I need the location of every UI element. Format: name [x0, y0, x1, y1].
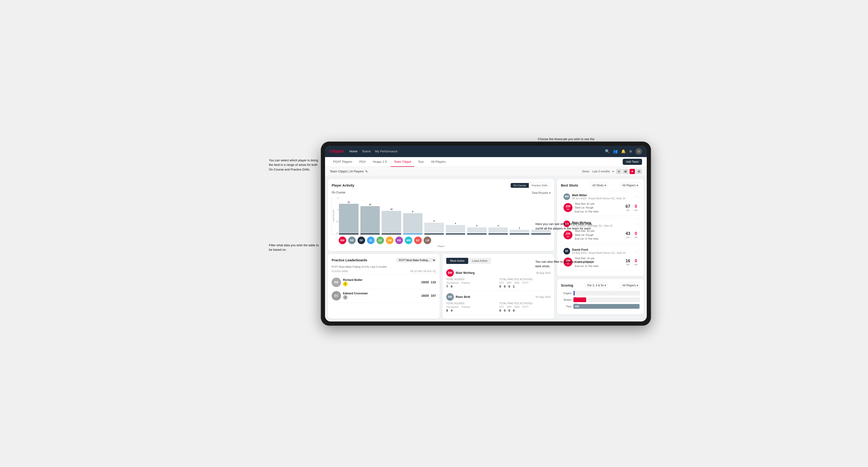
bell-icon[interactable]: 🔔	[621, 149, 626, 154]
tab-most-active[interactable]: Most Active	[446, 258, 468, 264]
team-header-right: Show: Last 3 months ▾ ≡ ⊞ ♥ ⊟	[582, 169, 642, 174]
tab-all-players[interactable]: All Players	[428, 157, 448, 167]
edit-icon[interactable]: ✎	[365, 169, 368, 173]
annotation-player-filter: You can also filter to show just one pla…	[535, 259, 597, 269]
avatar-jc[interactable]: JC	[367, 237, 375, 244]
nav-links: Home Teams My Performance	[349, 149, 398, 154]
all-players-dropdown[interactable]: All Players ▾	[620, 183, 640, 188]
player-activity-title: Player Activity	[332, 184, 354, 187]
show-value-dropdown[interactable]: Last 3 months	[592, 170, 610, 173]
activity-date-1: 26 Aug 2023	[536, 272, 551, 274]
chart-filter-label[interactable]: Total Rounds ▾	[532, 191, 551, 195]
scoring-title: Scoring	[561, 283, 573, 287]
right-panels: Best Shots All Shots ▾ All Players ▾	[557, 176, 647, 321]
chevron-scoring2: ▾	[637, 284, 638, 287]
leaderboard-row-1[interactable]: RB Richard Butler 1 19/20 110	[332, 276, 436, 289]
bar-group-0: 13	[339, 201, 359, 235]
team-name: Team Clippd | 14 Players ✎	[330, 169, 368, 173]
avatar-mm[interactable]: MM	[405, 237, 412, 244]
tab-pgat-players[interactable]: PGAT Players	[330, 157, 355, 167]
shot-1-chevron: ›	[637, 195, 638, 199]
scoring-filter2[interactable]: All Players ▾	[620, 283, 640, 288]
bar-chart: 15 10 5 0 13	[332, 197, 551, 235]
activity-toggle-group: On Course Practice Drills	[510, 183, 551, 188]
user-avatar[interactable]: U	[636, 148, 642, 155]
avatar-ob[interactable]: OB	[386, 237, 394, 244]
activity-player-2-name: Rees Britt	[456, 295, 470, 299]
bar-group-9: 2	[531, 227, 551, 235]
bar-group-3: 9	[403, 210, 423, 235]
view-grid-button[interactable]: ⊞	[622, 169, 628, 174]
activity-stats-2: Total Rounds Tournament Practice 8 4	[446, 302, 551, 312]
y-axis-labels: 15 10 5 0	[332, 197, 338, 235]
player-avatars: BM RB DF JC EE OB RB MM EC LR	[332, 237, 551, 244]
avatar-ee[interactable]: EE	[376, 237, 384, 244]
activity-player-1: BM Blair McHarg 26 Aug 2023 Total Rounds	[446, 267, 551, 291]
toggle-practice-drills[interactable]: Practice Drills	[529, 183, 550, 188]
users-icon[interactable]: 👥	[613, 149, 618, 154]
sub-nav-right: Add Team	[623, 159, 642, 165]
bar-group-8: 2	[510, 227, 529, 235]
leaderboard-filter-dropdown[interactable]: PUTT Must Make Putting...	[396, 258, 436, 262]
tab-tour[interactable]: Tour	[415, 157, 427, 167]
add-team-button[interactable]: Add Team	[623, 159, 642, 165]
shot-1-name: Matt Miller	[572, 193, 625, 197]
avatar-bm[interactable]: BM	[339, 237, 346, 244]
activity-player-2: RB Rees Britt 02 Sep 2023 Total Rounds	[446, 291, 551, 315]
shot-card-1[interactable]: MM Matt Miller 09 Jun 2023 · Royal North…	[561, 191, 640, 216]
tab-hcaps[interactable]: Hcaps 1-5	[370, 157, 390, 167]
activity-player-2-header: RB Rees Britt 02 Sep 2023	[446, 293, 551, 301]
shot-3-avatar: DF	[563, 248, 570, 254]
leaderboard-avatar-1: RB	[332, 278, 341, 287]
plus-icon[interactable]: ⊕	[629, 149, 632, 154]
chevron-down-icon-chart: ▾	[549, 191, 551, 195]
bottom-left-grid: Practice Leaderboards PUTT Must Make Put…	[328, 254, 554, 319]
nav-teams[interactable]: Teams	[362, 149, 371, 154]
team-header: Team Clippd | 14 Players ✎ Show: Last 3 …	[325, 167, 647, 176]
avatar-df[interactable]: DF	[358, 237, 365, 244]
toggle-on-course[interactable]: On Course	[511, 183, 529, 188]
view-list-button[interactable]: ≡	[616, 169, 621, 174]
view-heart-button[interactable]: ♥	[629, 169, 635, 174]
player-activity-card: Player Activity On Course Practice Drill…	[328, 179, 554, 251]
all-shots-dropdown[interactable]: All Shots ▾	[590, 183, 608, 188]
scoring-row-birdies: Birdies 96	[561, 298, 640, 302]
scoring-filter1[interactable]: Par 3, 4 & 5s ▾	[585, 283, 608, 288]
chart-dropdown: On Course Total Rounds ▾	[332, 191, 551, 195]
shot-3-details: 24 Aug 2023 · Royal North Devon GC, Hole…	[572, 251, 625, 254]
scoring-bars: Eagles 3 Birdies	[561, 291, 640, 309]
avatar-rb[interactable]: RB	[348, 237, 356, 244]
nav-home[interactable]: Home	[349, 149, 358, 154]
chevron-players: ▾	[637, 184, 638, 187]
rank-badge-2: 2	[343, 295, 348, 300]
avatar-ec[interactable]: EC	[414, 237, 422, 244]
activity-player-1-left: BM Blair McHarg	[446, 269, 474, 277]
pb-score-1: 19/20	[421, 280, 429, 284]
rank-badge-1: 1	[343, 282, 348, 286]
shot-1-info: Shot Dist: 67 ydsStart Lie: RoughEnd Lie…	[575, 202, 623, 214]
annotation-filter: Filter what data you wish the table to b…	[269, 243, 319, 252]
tab-pga[interactable]: PGA	[356, 157, 369, 167]
avatar-lr[interactable]: LR	[424, 237, 431, 244]
tab-least-active[interactable]: Least Active	[468, 258, 491, 264]
scoring-row-eagles: Eagles 3	[561, 291, 640, 295]
tablet-frame: clippd Home Teams My Performance 🔍 👥 🔔 ⊕…	[321, 142, 651, 326]
tab-team-clippd[interactable]: Team Clippd	[391, 157, 414, 167]
chevron-down-icon[interactable]: ▾	[612, 170, 614, 173]
nav-my-performance[interactable]: My Performance	[375, 149, 398, 154]
shot-1-body: 200 SG Shot Dist: 67 ydsStart Lie: Rough…	[563, 202, 638, 214]
leaderboards-title: Practice Leaderboards	[332, 258, 367, 262]
search-icon[interactable]: 🔍	[605, 149, 610, 154]
bar-group-2: 10	[382, 208, 401, 235]
shot-1-avatar: MM	[563, 193, 570, 200]
activity-player-1-name: Blair McHarg	[456, 271, 474, 275]
shot-1-metrics: 67 yds 0 yds	[625, 204, 638, 211]
shot-1-badge: 200 SG	[563, 203, 572, 212]
bar-group-5: 4	[446, 222, 465, 235]
avatar-rb2[interactable]: RB	[395, 237, 403, 244]
view-filter-button[interactable]: ⊟	[636, 169, 642, 174]
shot-2-metrics: 43 yds 0 yds	[625, 231, 638, 239]
leaderboard-row-2[interactable]: EC Edward Crossman 2 18/20 107	[332, 289, 436, 303]
x-axis-label: Players	[332, 245, 551, 247]
leaderboard-player-info-1: Richard Butler 1	[343, 278, 420, 286]
